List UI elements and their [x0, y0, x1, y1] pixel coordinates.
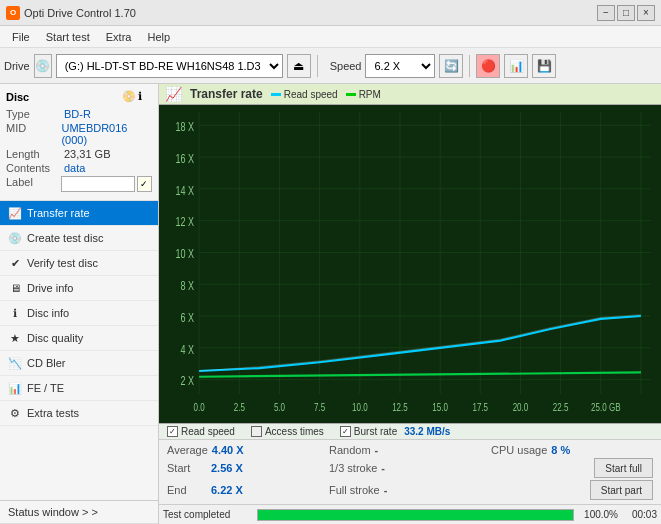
stroke2-value: -: [384, 484, 419, 496]
label-input[interactable]: [61, 176, 135, 192]
nav-drive-info[interactable]: 🖥 Drive info: [0, 276, 158, 301]
nav-verify-test-disc-label: Verify test disc: [27, 257, 98, 269]
burst-rate-checkbox[interactable]: ✓: [340, 426, 351, 437]
svg-text:12 X: 12 X: [176, 215, 195, 229]
scan-button[interactable]: 📊: [504, 54, 528, 78]
stroke1-label: 1/3 stroke: [329, 462, 377, 474]
stats-row-1: Average 4.40 X Random - CPU usage 8 %: [167, 443, 653, 457]
average-col: Average 4.40 X: [167, 444, 329, 456]
stats-row-2: Start 2.56 X 1/3 stroke - Start full: [167, 457, 653, 479]
type-label: Type: [6, 108, 64, 120]
drive-select[interactable]: (G:) HL-DT-ST BD-RE WH16NS48 1.D3: [56, 54, 283, 78]
sidebar-status: Status window > >: [0, 500, 158, 524]
menu-start-test[interactable]: Start test: [38, 29, 98, 45]
svg-text:2.5: 2.5: [234, 401, 246, 414]
start-part-col: Start part: [491, 480, 653, 500]
speed-label: Speed: [330, 60, 362, 72]
svg-text:2 X: 2 X: [181, 374, 195, 388]
disc-panel: Disc 📀 ℹ Type BD-R MID UMEBDR016 (000) L…: [0, 84, 158, 201]
fe-te-icon: 📊: [8, 381, 22, 395]
nav-drive-info-label: Drive info: [27, 282, 73, 294]
transfer-rate-icon: 📈: [8, 206, 22, 220]
chart-svg: 18 X 16 X 14 X 12 X 10 X 8 X 6 X 4 X 2 X…: [159, 105, 661, 423]
mid-value: UMEBDR016 (000): [61, 122, 152, 146]
close-button[interactable]: ×: [637, 5, 655, 21]
nav-status-window[interactable]: Status window > >: [0, 501, 158, 524]
disc-icons: 📀 ℹ: [122, 90, 152, 104]
maximize-button[interactable]: □: [617, 5, 635, 21]
nav-verify-test-disc[interactable]: ✔ Verify test disc: [0, 251, 158, 276]
contents-label: Contents: [6, 162, 64, 174]
read-speed-check[interactable]: ✓ Read speed: [167, 426, 235, 437]
stats-area: Average 4.40 X Random - CPU usage 8 % St…: [159, 439, 661, 504]
read-speed-checkbox[interactable]: ✓: [167, 426, 178, 437]
save-button[interactable]: 💾: [532, 54, 556, 78]
random-label: Random: [329, 444, 371, 456]
eject-button[interactable]: ⏏: [287, 54, 311, 78]
label-label: Label: [6, 176, 61, 192]
status-window-label: Status window > >: [8, 506, 98, 518]
stroke1-value: -: [381, 462, 416, 474]
contents-value: data: [64, 162, 85, 174]
svg-text:14 X: 14 X: [176, 183, 195, 197]
nav-extra-tests[interactable]: ⚙ Extra tests: [0, 401, 158, 426]
svg-text:12.5: 12.5: [392, 401, 408, 414]
start-full-button[interactable]: Start full: [594, 458, 653, 478]
burst-rate-value: 33.2 MB/s: [404, 426, 450, 437]
nav-disc-quality-label: Disc quality: [27, 332, 83, 344]
svg-text:10.0: 10.0: [352, 401, 368, 414]
disc-type-row: Type BD-R: [6, 108, 152, 120]
access-times-check[interactable]: Access times: [251, 426, 324, 437]
menu-file[interactable]: File: [4, 29, 38, 45]
length-label: Length: [6, 148, 64, 160]
access-times-checkbox[interactable]: [251, 426, 262, 437]
menu-help[interactable]: Help: [139, 29, 178, 45]
nav-transfer-rate[interactable]: 📈 Transfer rate: [0, 201, 158, 226]
menu-extra[interactable]: Extra: [98, 29, 140, 45]
chart-legend: ✓ Read speed Access times ✓ Burst rate 3…: [159, 423, 661, 439]
menu-bar: File Start test Extra Help: [0, 26, 661, 48]
legend-rpm-label: RPM: [359, 89, 381, 100]
rpm-legend-dot: [346, 93, 356, 96]
title-bar-left: O Opti Drive Control 1.70: [6, 6, 136, 20]
start-part-button[interactable]: Start part: [590, 480, 653, 500]
svg-text:15.0: 15.0: [432, 401, 448, 414]
disc-info-icon: ℹ: [8, 306, 22, 320]
nav-create-test-disc[interactable]: 💿 Create test disc: [0, 226, 158, 251]
svg-text:17.5: 17.5: [472, 401, 488, 414]
drive-label: Drive: [4, 60, 30, 72]
create-disc-icon: 💿: [8, 231, 22, 245]
average-label: Average: [167, 444, 208, 456]
nav-fe-te[interactable]: 📊 FE / TE: [0, 376, 158, 401]
nav-disc-info[interactable]: ℹ Disc info: [0, 301, 158, 326]
progress-area: Test completed 100.0% 00:03: [159, 504, 661, 524]
nav-fe-te-label: FE / TE: [27, 382, 64, 394]
start-label: Start: [167, 462, 207, 474]
burn-button[interactable]: 🔴: [476, 54, 500, 78]
svg-text:22.5: 22.5: [553, 401, 569, 414]
toolbar: Drive 💿 (G:) HL-DT-ST BD-RE WH16NS48 1.D…: [0, 48, 661, 84]
separator2: [469, 55, 470, 77]
drive-info-icon: 🖥: [8, 281, 22, 295]
verify-disc-icon: ✔: [8, 256, 22, 270]
speed-select[interactable]: 6.2 X: [365, 54, 435, 78]
nav-cd-bler[interactable]: 📉 CD Bler: [0, 351, 158, 376]
label-ok-button[interactable]: ✓: [137, 176, 152, 192]
svg-text:5.0: 5.0: [274, 401, 286, 414]
disc-icon-1[interactable]: 📀: [122, 90, 136, 104]
content-panel: 📈 Transfer rate Read speed RPM: [159, 84, 661, 524]
random-col: Random -: [329, 444, 491, 456]
minimize-button[interactable]: −: [597, 5, 615, 21]
nav-create-test-disc-label: Create test disc: [27, 232, 103, 244]
disc-icon-2[interactable]: ℹ: [138, 90, 152, 104]
refresh-button[interactable]: 🔄: [439, 54, 463, 78]
nav-disc-quality[interactable]: ★ Disc quality: [0, 326, 158, 351]
burst-rate-check[interactable]: ✓ Burst rate 33.2 MB/s: [340, 426, 451, 437]
stats-row-3: End 6.22 X Full stroke - Start part: [167, 479, 653, 501]
end-col: End 6.22 X: [167, 484, 329, 496]
disc-mid-row: MID UMEBDR016 (000): [6, 122, 152, 146]
nav-disc-info-label: Disc info: [27, 307, 69, 319]
svg-text:10 X: 10 X: [176, 247, 195, 261]
chart-header: 📈 Transfer rate Read speed RPM: [159, 84, 661, 105]
app-icon: O: [6, 6, 20, 20]
